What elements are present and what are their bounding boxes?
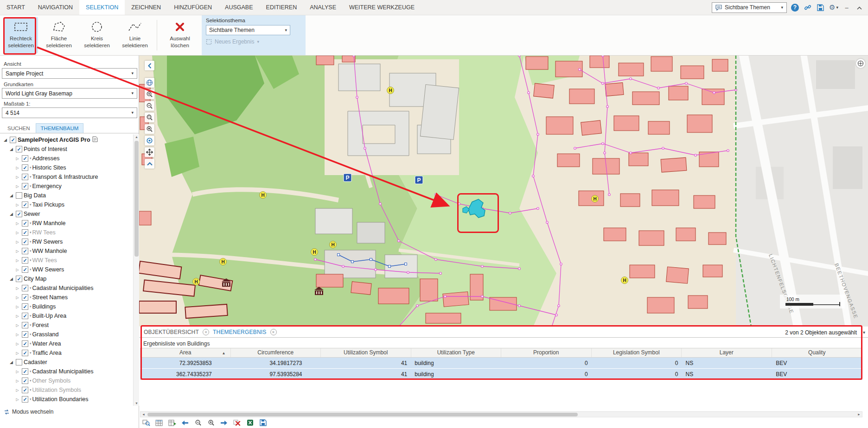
tree-item-water-area[interactable]: ▷✓▾Water Area xyxy=(0,339,133,348)
save-result-button[interactable] xyxy=(258,418,268,427)
sidebar-tab-suchen[interactable]: SUCHEN xyxy=(3,124,35,133)
column-header-utilization-symbol[interactable]: Utilization Symbol xyxy=(321,348,411,357)
layer-menu-chevron-icon[interactable]: ▾ xyxy=(30,342,32,346)
layer-checkbox[interactable]: ✓ xyxy=(22,368,28,375)
tree-item-forest[interactable]: ▷✓▾Forest xyxy=(0,321,133,330)
scroll-right-icon[interactable]: ► xyxy=(857,413,861,416)
column-header-quality[interactable]: Quality xyxy=(772,348,862,357)
tree-item-ww-sewers[interactable]: ▷✓▾WW Sewers xyxy=(0,265,133,274)
tree-expanded-icon[interactable]: ◢ xyxy=(8,147,14,151)
layer-menu-chevron-icon[interactable]: ▾ xyxy=(30,221,32,225)
layer-checkbox[interactable]: ✓ xyxy=(22,331,28,338)
layer-checkbox[interactable]: ✓ xyxy=(22,220,28,227)
scrollbar-thumb[interactable] xyxy=(147,413,578,416)
layer-checkbox[interactable]: ✓ xyxy=(22,313,28,319)
help-button[interactable]: ? xyxy=(791,4,799,12)
layer-checkbox[interactable]: ✓ xyxy=(22,164,28,171)
export-table-button[interactable] xyxy=(167,418,177,427)
tree-collapsed-icon[interactable]: ▷ xyxy=(14,397,20,402)
layer-checkbox[interactable]: ✓ xyxy=(22,340,28,347)
tree-item-taxi-pickups[interactable]: ▷✓▾Taxi Pickups xyxy=(0,200,133,209)
layer-checkbox[interactable]: ✓ xyxy=(16,211,22,217)
layer-checkbox[interactable]: ✓ xyxy=(22,239,28,245)
tree-collapsed-icon[interactable]: ▷ xyxy=(14,231,20,235)
tree-collapsed-icon[interactable]: ▷ xyxy=(14,333,20,337)
tree-item-addresses[interactable]: ▷✓▾Addresses xyxy=(0,154,133,163)
layer-checkbox[interactable]: ✓ xyxy=(22,266,28,273)
menu-tab-editieren[interactable]: EDITIEREN xyxy=(260,0,304,15)
tree-item-ww-manhole[interactable]: ▷✓▾WW Manhole xyxy=(0,246,133,256)
tree-item-city-map[interactable]: ◢✓City Map xyxy=(0,274,133,283)
visible-themes-dropdown[interactable]: Sichtbare Themen ▾ xyxy=(712,2,787,13)
column-header-area[interactable]: Area▲ xyxy=(140,348,231,357)
layer-checkbox[interactable]: ✓ xyxy=(22,183,28,189)
close-tab-icon[interactable]: × xyxy=(270,329,277,335)
tree-collapsed-icon[interactable]: ▷ xyxy=(14,258,20,263)
layer-checkbox[interactable]: ✓ xyxy=(22,350,28,356)
layer-checkbox[interactable]: ✓ xyxy=(22,201,28,208)
tree-item-ww-tees[interactable]: ▷✓▾WW Tees xyxy=(0,256,133,265)
zoom-out-record-button[interactable] xyxy=(193,418,203,427)
layer-checkbox[interactable] xyxy=(16,359,22,365)
column-header-layer[interactable]: Layer xyxy=(682,348,772,357)
tree-expanded-icon[interactable]: ◢ xyxy=(8,212,14,216)
menu-tab-start[interactable]: START xyxy=(0,0,32,15)
layer-checkbox[interactable]: ✓ xyxy=(10,137,16,143)
tree-expanded-icon[interactable]: ◢ xyxy=(8,193,14,198)
clear-result-button[interactable] xyxy=(232,418,242,427)
tree-item-cadastral-municipalities[interactable]: ▷✓▾Cadastral Municipalities xyxy=(0,367,133,376)
tree-collapsed-icon[interactable]: ▷ xyxy=(14,203,20,207)
menu-tab-hinzufügen[interactable]: HINZUFÜGEN xyxy=(167,0,218,15)
selection-theme-dropdown[interactable]: Sichtbare Themen ▾ xyxy=(206,25,290,35)
close-tab-icon[interactable]: × xyxy=(203,329,209,335)
layer-menu-chevron-icon[interactable]: ▾ xyxy=(30,157,32,160)
tree-item-transport-infrastructure[interactable]: ▷✓▾Transport & Infrastructure xyxy=(0,172,133,182)
column-header-proportion[interactable]: Proportion xyxy=(501,348,592,357)
layer-menu-chevron-icon[interactable]: ▾ xyxy=(30,314,32,318)
map-rotate-control[interactable] xyxy=(856,59,865,68)
layer-menu-chevron-icon[interactable]: ▾ xyxy=(30,240,32,244)
tree-collapsed-icon[interactable]: ▷ xyxy=(14,286,20,290)
column-header-circumference[interactable]: Circumference xyxy=(231,348,321,357)
tree-item-other-symbols[interactable]: ▷✓▾Other Symbols xyxy=(0,376,133,385)
layer-menu-chevron-icon[interactable]: ▾ xyxy=(30,323,32,327)
share-link-button[interactable] xyxy=(803,3,812,12)
menu-tab-selektion[interactable]: SELEKTION xyxy=(79,0,125,15)
zoom-window-button[interactable] xyxy=(145,113,154,122)
previous-record-button[interactable] xyxy=(180,418,190,427)
layer-menu-chevron-icon[interactable]: ▾ xyxy=(30,249,32,253)
zoom-in-record-button[interactable] xyxy=(206,418,216,427)
layer-checkbox[interactable]: ✓ xyxy=(22,294,28,301)
layer-menu-chevron-icon[interactable]: ▾ xyxy=(30,203,32,207)
settings-button[interactable]: ⚙▾ xyxy=(829,3,838,12)
tree-item-built-up-area[interactable]: ▷✓▾Built-Up Area xyxy=(0,311,133,321)
tree-item-traffic-area[interactable]: ▷✓▾Traffic Area xyxy=(0,348,133,358)
switch-mode-button[interactable]: Modus wechseln xyxy=(4,409,53,415)
show-table-button[interactable] xyxy=(154,418,164,427)
tree-expanded-icon[interactable]: ◢ xyxy=(2,138,8,142)
layer-menu-chevron-icon[interactable]: ▾ xyxy=(30,305,32,308)
layer-checkbox[interactable]: ✓ xyxy=(16,146,22,152)
layer-checkbox[interactable]: ✓ xyxy=(22,248,28,254)
results-horizontal-scrollbar[interactable]: ◄ ► xyxy=(140,411,862,417)
results-tab-themenergebnis[interactable]: THEMENERGEBNIS xyxy=(213,329,266,335)
menu-tab-ausgabe[interactable]: AUSGABE xyxy=(218,0,259,15)
selection-actions-chevron-icon[interactable]: ▾ xyxy=(863,330,865,335)
map-area[interactable]: H H H H H H H H P P LICHTENFELSGASSE BEE… xyxy=(139,56,868,327)
basemap-dropdown[interactable]: World Light Gray Basemap▾ xyxy=(2,88,137,99)
tree-item-emergency[interactable]: ▷✓▾Emergency xyxy=(0,182,133,191)
scale-dropdown[interactable]: 4 514▾ xyxy=(2,107,137,118)
tree-scrollbar-thumb[interactable] xyxy=(134,141,139,257)
menu-tab-analyse[interactable]: ANALYSE xyxy=(303,0,343,15)
layer-menu-chevron-icon[interactable]: ▾ xyxy=(30,397,32,401)
collapse-map-toolbar-button[interactable] xyxy=(145,159,154,169)
save-project-button[interactable] xyxy=(816,3,825,12)
layer-menu-chevron-icon[interactable]: ▾ xyxy=(30,370,32,373)
map-canvas[interactable]: H H H H H H H H P P LICHTENFELSGASSE BEE… xyxy=(139,56,868,327)
layer-menu-chevron-icon[interactable]: ▾ xyxy=(30,388,32,392)
layer-menu-chevron-icon[interactable]: ▾ xyxy=(30,286,32,290)
next-record-button[interactable] xyxy=(219,418,229,427)
tree-collapsed-icon[interactable]: ▷ xyxy=(14,296,20,300)
sidebar-tab-themenbaum[interactable]: THEMENBAUM xyxy=(36,123,84,133)
results-tab-objektübersicht[interactable]: OBJEKTÜBERSICHT xyxy=(144,329,199,335)
